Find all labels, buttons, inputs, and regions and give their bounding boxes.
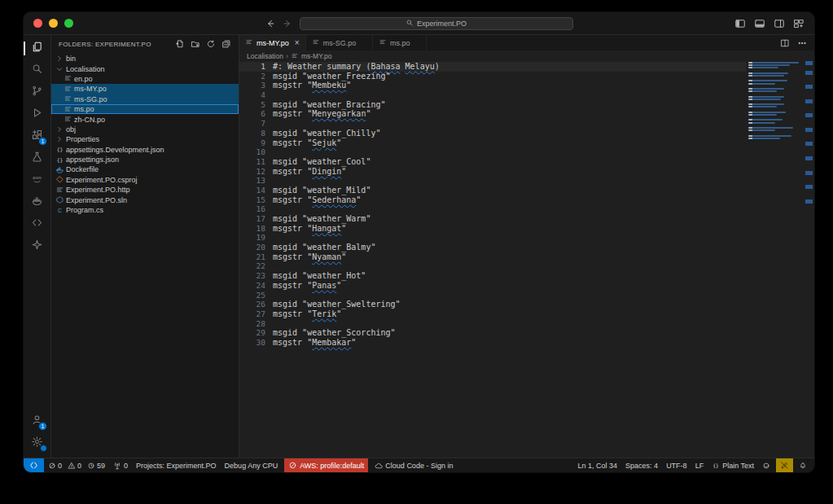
- code-line-14[interactable]: 14msgid "weather_Mild": [239, 186, 746, 195]
- activity-item-codecatalyst[interactable]: [24, 213, 50, 235]
- breadcrumb-file[interactable]: ms-MY.po: [301, 52, 332, 60]
- code-line-16[interactable]: 16: [239, 204, 746, 214]
- status-notifications[interactable]: [795, 458, 811, 472]
- code-line-9[interactable]: 9msgstr "Sejuk": [239, 138, 746, 148]
- line-number: 23: [239, 271, 265, 281]
- status-remote-indicator[interactable]: [24, 458, 44, 472]
- breadcrumb-folder[interactable]: Localisation: [247, 52, 283, 60]
- status-indentation[interactable]: Spaces: 4: [621, 458, 662, 472]
- code-line-8[interactable]: 8msgid "weather_Chilly": [239, 129, 746, 138]
- activity-item-extensions[interactable]: 1: [24, 125, 50, 147]
- line-number: 26: [239, 300, 265, 309]
- command-center[interactable]: Experiment.PO: [300, 17, 573, 30]
- code-line-22[interactable]: 22: [239, 261, 746, 271]
- activity-item-explorer[interactable]: [24, 37, 50, 59]
- tree-item-ms-sg.po[interactable]: ms-SG.po: [51, 94, 239, 104]
- more-actions-icon[interactable]: [797, 38, 807, 48]
- code-area[interactable]: 1#: Weather summary (Bahasa Melayu)2msgi…: [239, 61, 746, 458]
- code-line-27[interactable]: 27msgstr "Terik": [239, 309, 746, 319]
- activity-item-amazon-q[interactable]: [24, 235, 50, 257]
- status-debug-config[interactable]: Debug Any CPU: [221, 458, 283, 472]
- navigate-back-icon[interactable]: [265, 19, 275, 28]
- activity-item-testing[interactable]: [24, 147, 50, 169]
- status-encoding[interactable]: UTF-8: [662, 458, 691, 472]
- tree-item-appsettings.development.json[interactable]: {}appsettings.Development.json: [51, 145, 239, 155]
- split-editor-icon[interactable]: [780, 38, 790, 48]
- code-line-10[interactable]: 10: [239, 147, 746, 157]
- activity-item-search[interactable]: [24, 59, 50, 81]
- activity-item-docker[interactable]: [24, 191, 50, 213]
- close-tab-icon[interactable]: ×: [295, 39, 300, 47]
- code-line-25[interactable]: 25: [239, 291, 746, 300]
- tree-item-bin[interactable]: bin: [51, 54, 239, 64]
- code-line-23[interactable]: 23msgid "weather_Hot": [239, 271, 746, 281]
- tree-item-ms.po[interactable]: ms.po: [51, 104, 239, 114]
- code-line-12[interactable]: 12msgstr "Dingin": [239, 167, 746, 177]
- tree-item-localisation[interactable]: Localisation: [51, 64, 239, 73]
- code-line-2[interactable]: 2msgid "weather_Freezing": [239, 72, 746, 81]
- code-line-3[interactable]: 3msgstr "Membeku": [239, 81, 746, 90]
- tree-item-appsettings.json[interactable]: {}appsettings.json: [51, 155, 239, 164]
- status-feedback[interactable]: [758, 458, 774, 472]
- status-language-mode[interactable]: {}Plain Text: [708, 458, 758, 472]
- status-aws-profile[interactable]: AWS: profile:default: [284, 458, 368, 472]
- new-file-button[interactable]: [175, 39, 185, 49]
- close-window-button[interactable]: [33, 19, 42, 28]
- collapse-all-button[interactable]: [221, 39, 231, 49]
- navigate-forward-icon[interactable]: [283, 19, 292, 28]
- status-problems[interactable]: 0059: [44, 458, 109, 472]
- tab-ms-my.po[interactable]: ms-MY.po×: [239, 35, 306, 50]
- minimize-window-button[interactable]: [49, 19, 58, 28]
- tree-item-en.po[interactable]: en.po: [51, 74, 239, 84]
- code-line-11[interactable]: 11msgid "weather_Cool": [239, 157, 746, 167]
- code-line-19[interactable]: 19: [239, 233, 746, 243]
- status-cursor-position[interactable]: Ln 1, Col 34: [574, 458, 622, 472]
- new-folder-button[interactable]: [191, 39, 200, 49]
- code-line-4[interactable]: 4: [239, 90, 746, 100]
- code-line-18[interactable]: 18msgstr "Hangat": [239, 224, 746, 234]
- status-codewhisperer[interactable]: [776, 458, 793, 472]
- status-cloud-code[interactable]: Cloud Code - Sign in: [370, 458, 457, 472]
- code-line-1[interactable]: 1#: Weather summary (Bahasa Melayu): [239, 62, 746, 72]
- code-line-21[interactable]: 21msgstr "Nyaman": [239, 252, 746, 262]
- status-ports[interactable]: 0: [109, 458, 132, 472]
- tab-ms-sg.po[interactable]: ms-SG.po×: [306, 35, 373, 50]
- tab-ms.po[interactable]: ms.po×: [373, 35, 427, 50]
- customize-layout-icon[interactable]: [793, 18, 805, 29]
- tree-item-experiment.po.csproj[interactable]: Experiment.PO.csproj: [51, 175, 239, 185]
- code-line-30[interactable]: 30msgstr "Membakar": [239, 338, 746, 348]
- activity-item-settings[interactable]: [24, 432, 50, 454]
- code-line-28[interactable]: 28: [239, 319, 746, 329]
- activity-item-accounts[interactable]: 1: [24, 410, 50, 432]
- minimap[interactable]: [746, 61, 803, 458]
- code-line-15[interactable]: 15msgstr "Sederhana": [239, 195, 746, 205]
- refresh-button[interactable]: [206, 39, 216, 49]
- tree-item-properties[interactable]: Properties: [51, 134, 239, 144]
- tree-item-obj[interactable]: obj: [51, 125, 239, 134]
- status-eol[interactable]: LF: [691, 458, 708, 472]
- toggle-primary-sidebar-icon[interactable]: [734, 18, 746, 29]
- code-line-7[interactable]: 7: [239, 119, 746, 129]
- tree-item-ms-my.po[interactable]: ms-MY.po: [51, 84, 239, 94]
- zoom-window-button[interactable]: [64, 19, 73, 28]
- toggle-secondary-sidebar-icon[interactable]: [774, 18, 785, 29]
- code-line-29[interactable]: 29msgid "weather_Scorching": [239, 328, 746, 338]
- activity-item-aws[interactable]: aws: [24, 169, 50, 191]
- code-line-26[interactable]: 26msgid "weather_Sweltering": [239, 300, 746, 309]
- activity-item-run-debug[interactable]: [24, 103, 50, 125]
- code-line-6[interactable]: 6msgstr "Menyegarkan": [239, 109, 746, 119]
- code-line-17[interactable]: 17msgid "weather_Warm": [239, 214, 746, 224]
- code-line-24[interactable]: 24msgstr "Panas": [239, 281, 746, 291]
- code-line-5[interactable]: 5msgid "weather_Bracing": [239, 100, 746, 110]
- tree-item-program.cs[interactable]: CProgram.cs: [51, 205, 239, 215]
- activity-item-source-control[interactable]: [24, 81, 50, 103]
- tree-item-zh-cn.po[interactable]: zh-CN.po: [51, 114, 239, 124]
- tree-item-experiment.po.sln[interactable]: Experiment.PO.sln: [51, 195, 239, 204]
- code-line-13[interactable]: 13: [239, 176, 746, 186]
- status-projects[interactable]: Projects: Experiment.PO: [132, 458, 221, 472]
- tree-item-label: ms.po: [74, 105, 94, 113]
- tree-item-dockerfile[interactable]: Dockerfile: [51, 164, 239, 174]
- code-line-20[interactable]: 20msgid "weather_Balmy": [239, 243, 746, 252]
- toggle-panel-icon[interactable]: [754, 18, 765, 29]
- tree-item-experiment.po.http[interactable]: Experiment.PO.http: [51, 185, 239, 195]
